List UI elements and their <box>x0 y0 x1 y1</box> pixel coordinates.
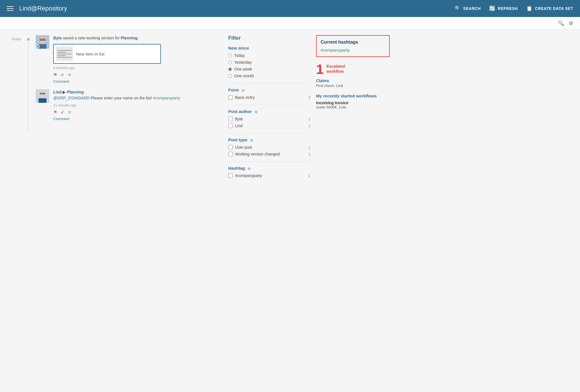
hashtag-filter-label: Hashtag is <box>228 166 310 171</box>
radio-today-input[interactable] <box>228 54 232 57</box>
recent-workflows: My recently started workflows Incoming I… <box>316 93 390 109</box>
radio-one-week-input[interactable] <box>228 67 232 71</box>
refresh-action[interactable]: 🔄 REFRESH <box>489 5 518 12</box>
hashtag-box: Current hashtags #companyparty <box>316 35 390 57</box>
radio-one-week[interactable]: One week <box>228 67 310 71</box>
search-icon: 🔍 <box>455 5 461 12</box>
create-dataset-icon: 📋 <box>526 5 533 12</box>
filter-group-form: Form is Basic entry 2 <box>228 88 310 100</box>
radio-one-month-input[interactable] <box>228 74 232 78</box>
radio-one-week-label: One week <box>234 67 252 71</box>
arrow-separator: ▶ <box>63 90 67 94</box>
radio-one-month[interactable]: One month <box>228 74 310 78</box>
check-user-post[interactable]: User post 1 <box>228 145 310 150</box>
action-text: saved a new working version for <box>63 36 121 40</box>
timeline-line-area <box>25 35 31 132</box>
filter-divider-4 <box>228 161 310 162</box>
workflow-item-title: Incoming Invoice <box>316 101 390 105</box>
radio-yesterday-input[interactable] <box>228 61 232 64</box>
check-lind-label: Lind <box>235 123 242 128</box>
check-user-post-input[interactable] <box>228 145 233 150</box>
feed-timeline: Today <box>7 35 223 132</box>
close-icon-2[interactable]: ✕ <box>68 110 71 115</box>
planning-link[interactable]: Planning <box>67 90 84 94</box>
form-filter-link[interactable]: is <box>242 88 244 92</box>
filter-section: Filter New since Today Yesterday One wee… <box>228 35 310 183</box>
filter-divider-3 <box>228 133 310 133</box>
byte-count: 1 <box>308 117 310 121</box>
timeline-dot <box>27 38 30 41</box>
workflow-item-sub: under 5000€, Cole <box>316 105 390 109</box>
check-working-version-input[interactable] <box>228 152 233 156</box>
check-companyparty-label: #companyparty <box>235 173 262 178</box>
sub-search-icon[interactable]: 🔍 <box>558 20 564 26</box>
hashtag-link[interactable]: #companyparty <box>153 96 180 100</box>
check-working-version[interactable]: Working version changed 1 <box>228 152 310 156</box>
hashtag-value[interactable]: #companyparty <box>321 48 385 52</box>
check-companyparty[interactable]: #companyparty 1 <box>228 173 310 178</box>
check-lind-input[interactable] <box>228 123 233 128</box>
check-byte[interactable]: Byte 1 <box>228 117 310 121</box>
post-type-filter-link[interactable]: is <box>250 138 253 142</box>
filter-title: Filter <box>228 35 310 41</box>
flag-icon-2[interactable]: ⚑ <box>53 110 57 115</box>
feed-item: Byte saved a new working version for Pla… <box>36 35 223 84</box>
radio-today[interactable]: Today <box>228 53 310 58</box>
working-version-count: 1 <box>308 152 310 156</box>
filter-group-new-since: New since Today Yesterday One week One m… <box>228 46 310 78</box>
thumb-line <box>57 55 66 56</box>
sub-navigation: 🔍 ⚙ <box>0 17 580 29</box>
hamburger-menu[interactable] <box>7 6 14 11</box>
user-link-lind[interactable]: Lind <box>53 90 62 94</box>
post-author-filter-link[interactable]: is <box>255 110 257 114</box>
feed-item-2: Lind ▶ Planning @GRP_STANDARD Please ent… <box>36 89 223 121</box>
create-dataset-label: CREATE DATA SET <box>535 6 573 11</box>
user-link-byte[interactable]: Byte <box>53 36 62 40</box>
day-label: Today <box>7 35 21 132</box>
thumb-line <box>57 54 72 54</box>
right-panel: Current hashtags #companyparty 1 Escalat… <box>316 35 390 183</box>
feed-items: Byte saved a new working version for Pla… <box>36 35 223 132</box>
comment-link-2[interactable]: Comment <box>53 117 69 121</box>
feed-actions-1: ⚑ ✔ ✕ <box>53 72 223 78</box>
check-basic-entry-input[interactable] <box>228 95 233 100</box>
radio-today-label: Today <box>234 53 245 58</box>
check-byte-input[interactable] <box>228 117 233 121</box>
feed-time-2: 11 minutes ago <box>53 103 223 107</box>
post-type-label: Post type is <box>228 137 310 142</box>
new-since-label: New since <box>228 46 310 50</box>
escalated-row: 1 Escalatedworkflow <box>316 63 390 76</box>
doc-link-planning[interactable]: Planning. <box>121 36 138 40</box>
check-basic-entry-label: Basic entry <box>235 95 255 100</box>
radio-one-month-label: One month <box>234 74 254 78</box>
close-icon[interactable]: ✕ <box>68 72 71 78</box>
check-lind[interactable]: Lind 1 <box>228 123 310 128</box>
escalated-label: Escalatedworkflow <box>327 63 345 74</box>
thumb-line <box>57 57 72 58</box>
mention-grp[interactable]: @GRP_STANDARD <box>53 96 89 100</box>
hashtag-filter-link[interactable]: is <box>248 166 250 171</box>
svg-rect-13 <box>43 94 45 95</box>
check-icon[interactable]: ✔ <box>61 72 64 78</box>
main-layout: Today <box>0 29 396 189</box>
feed-day-group: Today <box>7 35 223 132</box>
comment-link-1[interactable]: Comment <box>53 79 69 84</box>
filter-group-post-type: Post type is User post 1 Working version… <box>228 137 310 156</box>
check-companyparty-input[interactable] <box>228 173 233 178</box>
check-user-post-label: User post <box>235 145 252 150</box>
create-dataset-action[interactable]: 📋 CREATE DATA SET <box>526 5 573 12</box>
radio-yesterday[interactable]: Yesterday <box>228 60 310 65</box>
thumb-line <box>57 52 66 53</box>
check-icon-2[interactable]: ✔ <box>61 110 64 115</box>
check-working-version-label: Working version changed <box>235 152 280 156</box>
flag-icon[interactable]: ⚑ <box>53 72 57 78</box>
escalated-workflow-title[interactable]: Claims <box>316 78 390 83</box>
svg-rect-9 <box>39 98 46 103</box>
top-nav-actions: 🔍 SEARCH 🔄 REFRESH 📋 CREATE DATA SET <box>455 5 573 12</box>
preview-card[interactable]: New item in list <box>53 44 161 64</box>
sub-settings-icon[interactable]: ⚙ <box>569 20 573 26</box>
preview-title: New item in list <box>76 52 105 56</box>
escalated-workflow-sub: First check, Lind <box>316 84 390 88</box>
search-action[interactable]: 🔍 SEARCH <box>455 5 481 12</box>
check-basic-entry[interactable]: Basic entry 2 <box>228 95 310 100</box>
